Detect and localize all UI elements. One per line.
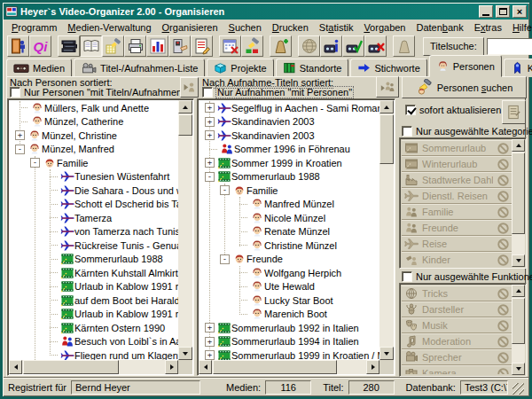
- checkbox-box[interactable]: [10, 87, 20, 98]
- tree-item[interactable]: Sommer 1996 in Föhrenau: [200, 143, 379, 157]
- tree-item[interactable]: Urlaub in Kablow 1991 mit E: [10, 280, 178, 294]
- add-media-button[interactable]: [270, 35, 292, 57]
- tree-item[interactable]: auf dem Boot bei Harald in E: [10, 293, 178, 308]
- media-delete-button[interactable]: [364, 35, 387, 57]
- tree-item[interactable]: +Sommer 1999 in Kroatien: [200, 156, 379, 170]
- resize-grip[interactable]: [512, 383, 524, 395]
- tree-expander[interactable]: +: [205, 323, 215, 332]
- tree-expander[interactable]: -: [15, 145, 25, 154]
- list-item[interactable]: Musik: [402, 317, 512, 333]
- tree-item[interactable]: -Sommerurlaub 1988: [200, 170, 379, 184]
- scroll-thumb[interactable]: [213, 360, 337, 374]
- archive-bag-button[interactable]: [393, 35, 415, 57]
- menu-vorgaben[interactable]: Vorgaben: [358, 21, 411, 34]
- exit-button[interactable]: [7, 35, 29, 57]
- menu-programm[interactable]: Programm: [6, 21, 62, 34]
- filter-persons-checkbox[interactable]: Nur Personen "mit Titeln/Aufnahmen": [10, 87, 185, 98]
- tree-item[interactable]: Rückreise Tunis - Genua, Fä: [10, 239, 178, 253]
- menu-organisieren[interactable]: Organisieren: [157, 21, 223, 34]
- tree-item[interactable]: Manfred Münzel: [200, 198, 379, 212]
- tree-item[interactable]: Fliegen rund um Klagenfurt: [10, 348, 178, 360]
- tree-item[interactable]: +Sommerurlaub 1999 in Kroatien / Ma: [200, 348, 379, 360]
- tree-expander[interactable]: +: [15, 130, 25, 140]
- tree-item[interactable]: +Münzel, Christine: [10, 129, 178, 143]
- tree-item[interactable]: Ute Hewald: [200, 280, 379, 294]
- menu-hilfe[interactable]: Hilfe: [507, 21, 532, 34]
- media-stack-button[interactable]: [58, 35, 80, 57]
- tree-item[interactable]: +Sommerurlaub 1992 in Italien: [200, 321, 379, 335]
- edit-list-button[interactable]: [191, 35, 213, 57]
- list-item[interactable]: Darsteller: [402, 301, 512, 317]
- globe-button[interactable]: [298, 35, 320, 57]
- list-item[interactable]: Dienstl. Reisen: [402, 188, 512, 204]
- tree-item[interactable]: +Segelflug in Aachen - Sami Romani: [200, 101, 379, 115]
- search-flashlight-button[interactable]: [102, 35, 124, 57]
- minimize-button[interactable]: [479, 5, 493, 18]
- tree-item[interactable]: Besuch von Loibl`s in Aache: [10, 335, 178, 349]
- tree-item[interactable]: Tamerza: [10, 211, 178, 225]
- tree-item[interactable]: +Skandinavien 2003: [200, 129, 379, 143]
- title-bar[interactable]: Heyer`s Video-Organizer 2.00 - Organisie…: [4, 4, 528, 20]
- auto-update-checkbox[interactable]: sofort aktualisieren: [405, 105, 501, 115]
- tree-item[interactable]: Schott el Dscherid bis Tame: [10, 198, 178, 212]
- statistics-button[interactable]: [146, 35, 168, 57]
- tab-stichworte[interactable]: Stichworte: [350, 59, 426, 77]
- search-categories-button[interactable]: [241, 35, 263, 57]
- tree-expander[interactable]: -: [220, 185, 230, 195]
- tree-item[interactable]: von Tamerza nach Tunis zur: [10, 225, 178, 239]
- search-persons-button[interactable]: Personen suchen: [402, 76, 527, 98]
- scroll-thumb[interactable]: [512, 298, 525, 344]
- scroll-thumb[interactable]: [512, 153, 525, 234]
- tree-expander[interactable]: -: [30, 158, 40, 168]
- scroll-up-button[interactable]: [178, 100, 192, 113]
- tree-item[interactable]: Lucky Star Boot: [200, 293, 379, 308]
- tree-expander[interactable]: +: [205, 337, 215, 347]
- tree-item[interactable]: -Münzel, Manfred: [10, 143, 178, 157]
- tree-item[interactable]: Nicole Münzel: [200, 211, 379, 225]
- scroll-down-button[interactable]: [178, 347, 192, 360]
- tree-item[interactable]: Münzel, Catherine: [10, 115, 178, 129]
- media-check-button[interactable]: [342, 35, 364, 57]
- tab-standorte[interactable]: Standorte: [276, 59, 349, 77]
- menu-extras[interactable]: Extras: [469, 21, 507, 34]
- quick-info-button[interactable]: Qi: [29, 35, 51, 57]
- jump-to-people-button[interactable]: [376, 76, 399, 98]
- tab-medien[interactable]: Medien: [6, 59, 72, 77]
- scroll-down-button[interactable]: [512, 363, 525, 375]
- scroll-thumb[interactable]: [23, 360, 119, 374]
- scroll-left-button[interactable]: [199, 360, 212, 374]
- calendar-search-button[interactable]: [219, 35, 241, 57]
- protocol-button[interactable]: [502, 100, 526, 124]
- list-item[interactable]: Moderation: [402, 333, 512, 349]
- scroll-right-button[interactable]: [165, 360, 178, 374]
- list-item[interactable]: Tricks: [402, 286, 512, 301]
- tree-expander[interactable]: +: [205, 117, 215, 127]
- tree-item[interactable]: Müllers, Falk und Anette: [10, 101, 178, 115]
- open-book-button[interactable]: [80, 35, 102, 57]
- tree-item[interactable]: +Skandinavien 2003: [200, 115, 379, 129]
- list-item[interactable]: Familie: [402, 204, 512, 220]
- tree-item[interactable]: Urlaub in Kablow 1991 mit E: [10, 308, 178, 322]
- titelsuche-button[interactable]: Titelsuche:: [423, 37, 484, 56]
- list-item[interactable]: Freunde: [402, 220, 512, 236]
- tree-item[interactable]: Die Sahara - Dous und weit: [10, 184, 178, 198]
- close-button[interactable]: ×: [512, 5, 527, 18]
- tree-item[interactable]: -Familie: [10, 156, 178, 170]
- list-item[interactable]: Kamera: [402, 365, 512, 374]
- list-item[interactable]: Sprecher: [402, 349, 512, 365]
- tree-expander[interactable]: +: [205, 103, 215, 113]
- tab-titel-aufnahmen-liste[interactable]: Titel-/Aufnahmen-Liste: [74, 59, 205, 77]
- categories-filter-checkbox[interactable]: Nur ausgewählte Kategorien:: [402, 126, 532, 137]
- menu-suchen[interactable]: Suchen: [223, 21, 267, 34]
- tree-item[interactable]: +Sommerurlaub 1994 in Italien: [200, 335, 379, 349]
- checkbox-box[interactable]: [402, 126, 412, 137]
- functions-filter-checkbox[interactable]: Nur ausgewählte Funktionen:: [402, 271, 532, 282]
- checkbox-box[interactable]: [405, 105, 416, 115]
- tree-item[interactable]: -Freunde: [200, 253, 379, 267]
- filter-titles-checkbox[interactable]: Nur Aufnahmen "mit Personen": [202, 87, 353, 98]
- scroll-up-button[interactable]: [512, 139, 525, 152]
- switch-button[interactable]: [168, 35, 191, 57]
- scroll-left-button[interactable]: [9, 360, 22, 374]
- tree-expander[interactable]: -: [205, 172, 215, 182]
- tree-item[interactable]: Kärnten Ostern 1990: [10, 321, 178, 335]
